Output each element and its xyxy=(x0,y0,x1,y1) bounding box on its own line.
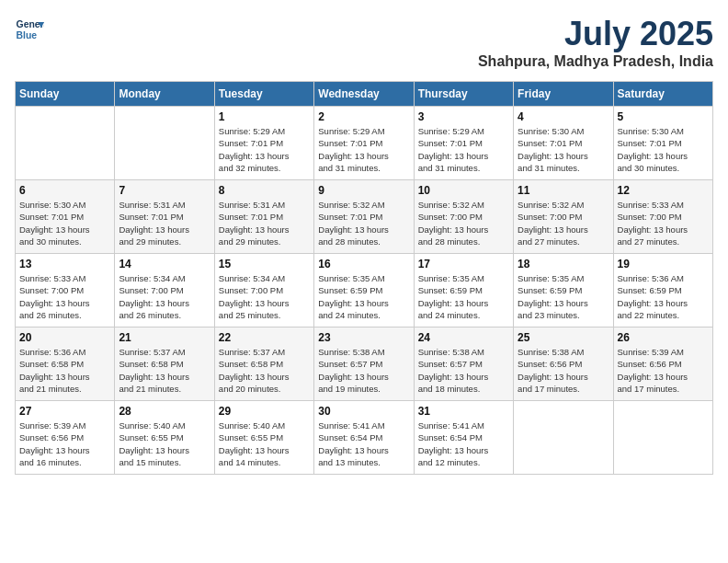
calendar-cell: 7Sunrise: 5:31 AM Sunset: 7:01 PM Daylig… xyxy=(115,180,214,254)
day-number: 17 xyxy=(418,258,509,270)
day-info: Sunrise: 5:37 AM Sunset: 6:58 PM Dayligh… xyxy=(219,346,310,395)
calendar-cell xyxy=(115,107,214,180)
day-number: 15 xyxy=(219,258,310,270)
calendar-cell: 11Sunrise: 5:32 AM Sunset: 7:00 PM Dayli… xyxy=(514,180,613,254)
day-number: 30 xyxy=(318,405,409,418)
day-number: 25 xyxy=(518,331,609,344)
day-info: Sunrise: 5:31 AM Sunset: 7:01 PM Dayligh… xyxy=(219,199,310,247)
day-number: 27 xyxy=(19,405,110,418)
day-info: Sunrise: 5:35 AM Sunset: 6:59 PM Dayligh… xyxy=(418,272,509,321)
calendar-cell: 4Sunrise: 5:30 AM Sunset: 7:01 PM Daylig… xyxy=(514,107,613,180)
day-number: 31 xyxy=(418,405,509,418)
calendar-cell: 15Sunrise: 5:34 AM Sunset: 7:00 PM Dayli… xyxy=(214,254,313,327)
day-info: Sunrise: 5:36 AM Sunset: 6:58 PM Dayligh… xyxy=(19,346,110,395)
calendar-cell: 22Sunrise: 5:37 AM Sunset: 6:58 PM Dayli… xyxy=(214,327,313,401)
day-number: 24 xyxy=(418,331,509,344)
day-info: Sunrise: 5:33 AM Sunset: 7:00 PM Dayligh… xyxy=(618,199,709,247)
day-number: 11 xyxy=(518,184,609,197)
day-info: Sunrise: 5:34 AM Sunset: 7:00 PM Dayligh… xyxy=(119,272,210,321)
weekday-header-cell: Wednesday xyxy=(314,82,414,107)
day-number: 28 xyxy=(119,405,210,418)
calendar-cell: 19Sunrise: 5:36 AM Sunset: 6:59 PM Dayli… xyxy=(613,254,712,327)
logo-icon: General Blue xyxy=(15,15,44,44)
svg-text:Blue: Blue xyxy=(17,30,38,40)
calendar-cell: 14Sunrise: 5:34 AM Sunset: 7:00 PM Dayli… xyxy=(115,254,214,327)
day-info: Sunrise: 5:39 AM Sunset: 6:56 PM Dayligh… xyxy=(618,346,709,395)
calendar-cell: 30Sunrise: 5:41 AM Sunset: 6:54 PM Dayli… xyxy=(314,401,414,475)
day-number: 26 xyxy=(618,331,709,344)
day-number: 19 xyxy=(618,258,709,270)
day-number: 29 xyxy=(219,405,310,418)
weekday-header-cell: Tuesday xyxy=(214,82,313,107)
title-area: July 2025 Shahpura, Madhya Pradesh, Indi… xyxy=(478,15,713,70)
day-info: Sunrise: 5:31 AM Sunset: 7:01 PM Dayligh… xyxy=(119,199,210,247)
day-info: Sunrise: 5:33 AM Sunset: 7:00 PM Dayligh… xyxy=(19,272,110,321)
location-title: Shahpura, Madhya Pradesh, India xyxy=(478,53,713,70)
day-info: Sunrise: 5:40 AM Sunset: 6:55 PM Dayligh… xyxy=(119,419,210,468)
day-info: Sunrise: 5:32 AM Sunset: 7:00 PM Dayligh… xyxy=(518,199,609,247)
calendar-week-row: 20Sunrise: 5:36 AM Sunset: 6:58 PM Dayli… xyxy=(16,327,713,401)
day-number: 8 xyxy=(219,184,310,197)
day-info: Sunrise: 5:29 AM Sunset: 7:01 PM Dayligh… xyxy=(219,125,310,174)
day-info: Sunrise: 5:39 AM Sunset: 6:56 PM Dayligh… xyxy=(19,419,110,468)
day-number: 22 xyxy=(219,331,310,344)
day-info: Sunrise: 5:41 AM Sunset: 6:54 PM Dayligh… xyxy=(418,419,509,468)
calendar-cell xyxy=(613,401,712,475)
weekday-header-cell: Friday xyxy=(514,82,613,107)
day-number: 3 xyxy=(418,110,509,123)
month-title: July 2025 xyxy=(478,15,713,53)
day-number: 5 xyxy=(618,110,709,123)
weekday-header-cell: Monday xyxy=(115,82,214,107)
day-number: 4 xyxy=(518,110,609,123)
day-info: Sunrise: 5:29 AM Sunset: 7:01 PM Dayligh… xyxy=(418,125,509,174)
day-number: 9 xyxy=(318,184,409,197)
day-number: 18 xyxy=(518,258,609,270)
logo: General Blue xyxy=(15,15,44,44)
day-info: Sunrise: 5:35 AM Sunset: 6:59 PM Dayligh… xyxy=(518,272,609,321)
calendar-cell: 13Sunrise: 5:33 AM Sunset: 7:00 PM Dayli… xyxy=(16,254,115,327)
calendar-cell: 5Sunrise: 5:30 AM Sunset: 7:01 PM Daylig… xyxy=(613,107,712,180)
calendar-cell: 9Sunrise: 5:32 AM Sunset: 7:01 PM Daylig… xyxy=(314,180,414,254)
day-number: 20 xyxy=(19,331,110,344)
day-info: Sunrise: 5:30 AM Sunset: 7:01 PM Dayligh… xyxy=(19,199,110,247)
page-header: General Blue July 2025 Shahpura, Madhya … xyxy=(15,15,713,70)
day-info: Sunrise: 5:41 AM Sunset: 6:54 PM Dayligh… xyxy=(318,419,409,468)
day-info: Sunrise: 5:37 AM Sunset: 6:58 PM Dayligh… xyxy=(119,346,210,395)
calendar-cell: 24Sunrise: 5:38 AM Sunset: 6:57 PM Dayli… xyxy=(414,327,513,401)
day-info: Sunrise: 5:34 AM Sunset: 7:00 PM Dayligh… xyxy=(219,272,310,321)
day-number: 1 xyxy=(219,110,310,123)
day-info: Sunrise: 5:36 AM Sunset: 6:59 PM Dayligh… xyxy=(618,272,709,321)
calendar-cell: 31Sunrise: 5:41 AM Sunset: 6:54 PM Dayli… xyxy=(414,401,513,475)
calendar-cell: 12Sunrise: 5:33 AM Sunset: 7:00 PM Dayli… xyxy=(613,180,712,254)
calendar-cell: 23Sunrise: 5:38 AM Sunset: 6:57 PM Dayli… xyxy=(314,327,414,401)
calendar-cell: 8Sunrise: 5:31 AM Sunset: 7:01 PM Daylig… xyxy=(214,180,313,254)
weekday-header-row: SundayMondayTuesdayWednesdayThursdayFrid… xyxy=(16,82,713,107)
calendar-cell: 20Sunrise: 5:36 AM Sunset: 6:58 PM Dayli… xyxy=(16,327,115,401)
calendar-cell: 16Sunrise: 5:35 AM Sunset: 6:59 PM Dayli… xyxy=(314,254,414,327)
day-number: 10 xyxy=(418,184,509,197)
day-info: Sunrise: 5:38 AM Sunset: 6:57 PM Dayligh… xyxy=(418,346,509,395)
day-number: 6 xyxy=(19,184,110,197)
calendar-cell: 2Sunrise: 5:29 AM Sunset: 7:01 PM Daylig… xyxy=(314,107,414,180)
calendar-cell: 17Sunrise: 5:35 AM Sunset: 6:59 PM Dayli… xyxy=(414,254,513,327)
day-info: Sunrise: 5:35 AM Sunset: 6:59 PM Dayligh… xyxy=(318,272,409,321)
day-number: 13 xyxy=(19,258,110,270)
day-info: Sunrise: 5:38 AM Sunset: 6:57 PM Dayligh… xyxy=(318,346,409,395)
day-number: 2 xyxy=(318,110,409,123)
weekday-header-cell: Saturday xyxy=(613,82,712,107)
calendar-cell: 1Sunrise: 5:29 AM Sunset: 7:01 PM Daylig… xyxy=(214,107,313,180)
calendar-cell: 29Sunrise: 5:40 AM Sunset: 6:55 PM Dayli… xyxy=(214,401,313,475)
day-number: 7 xyxy=(119,184,210,197)
calendar-cell: 6Sunrise: 5:30 AM Sunset: 7:01 PM Daylig… xyxy=(16,180,115,254)
day-info: Sunrise: 5:30 AM Sunset: 7:01 PM Dayligh… xyxy=(518,125,609,174)
day-number: 14 xyxy=(119,258,210,270)
calendar-week-row: 27Sunrise: 5:39 AM Sunset: 6:56 PM Dayli… xyxy=(16,401,713,475)
day-info: Sunrise: 5:40 AM Sunset: 6:55 PM Dayligh… xyxy=(219,419,310,468)
calendar-cell: 10Sunrise: 5:32 AM Sunset: 7:00 PM Dayli… xyxy=(414,180,513,254)
calendar-table: SundayMondayTuesdayWednesdayThursdayFrid… xyxy=(15,81,713,475)
day-info: Sunrise: 5:30 AM Sunset: 7:01 PM Dayligh… xyxy=(618,125,709,174)
calendar-cell: 18Sunrise: 5:35 AM Sunset: 6:59 PM Dayli… xyxy=(514,254,613,327)
day-number: 21 xyxy=(119,331,210,344)
calendar-cell: 27Sunrise: 5:39 AM Sunset: 6:56 PM Dayli… xyxy=(16,401,115,475)
calendar-week-row: 1Sunrise: 5:29 AM Sunset: 7:01 PM Daylig… xyxy=(16,107,713,180)
